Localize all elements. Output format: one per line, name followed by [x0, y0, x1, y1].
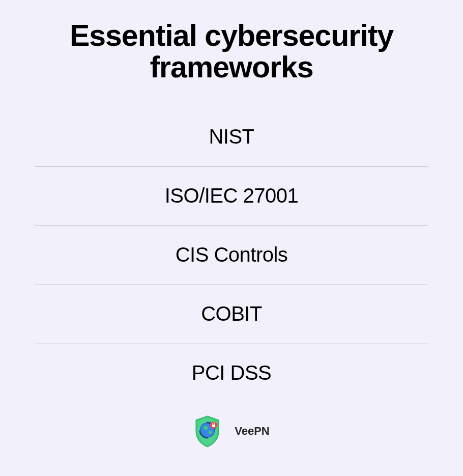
list-item: CIS Controls — [35, 226, 428, 285]
page-title: Essential cybersecurity frameworks — [35, 20, 428, 83]
list-item: ISO/IEC 27001 — [35, 167, 428, 226]
list-item: PCI DSS — [35, 344, 428, 403]
list-item: COBIT — [35, 285, 428, 344]
brand-name: VeePN — [235, 425, 270, 438]
frameworks-list: NIST ISO/IEC 27001 CIS Controls COBIT PC… — [35, 108, 428, 403]
svg-rect-3 — [212, 425, 215, 427]
brand-logo-icon — [193, 415, 221, 448]
list-item: NIST — [35, 108, 428, 167]
footer: VeePN — [35, 415, 428, 448]
